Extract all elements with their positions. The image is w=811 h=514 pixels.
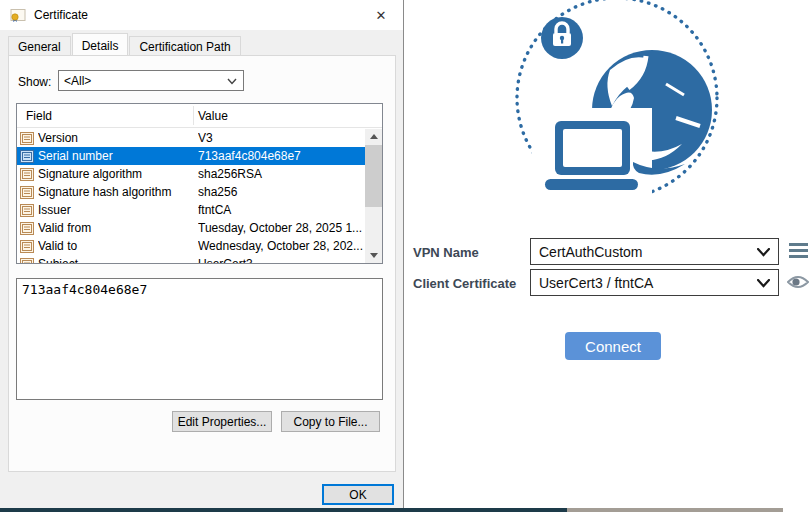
field-name: Issuer [38,203,198,217]
field-value: Tuesday, October 28, 2025 1... [198,221,365,235]
column-header-value[interactable]: Value [198,109,228,123]
menu-icon[interactable] [789,243,808,258]
vertical-scrollbar[interactable] [365,129,382,263]
scrollbar-down-icon[interactable] [365,248,382,263]
field-icon [20,222,34,235]
chevron-down-icon [757,279,770,288]
scrollbar-up-icon[interactable] [365,129,382,144]
field-value: V3 [198,131,365,145]
dialog-title: Certificate [34,8,88,22]
chevron-down-icon [227,78,237,85]
field-icon [20,150,34,163]
copy-to-file-button[interactable]: Copy to File... [281,411,380,432]
list-body: VersionV3Serial number713aaf4c804e68e7Si… [17,129,365,263]
field-name: Valid from [38,221,198,235]
client-certificate-value: UserCert3 / ftntCA [539,275,653,291]
tab-general[interactable]: General [8,36,71,55]
field-icon [20,132,34,145]
eye-icon[interactable] [787,274,809,290]
client-certificate-select[interactable]: UserCert3 / ftntCA [530,269,779,296]
field-value: 713aaf4c804e68e7 [198,149,365,163]
chevron-down-icon [757,248,770,257]
tab-certification-path[interactable]: Certification Path [129,36,240,55]
window-bottom-edge-dark [0,508,567,512]
table-row[interactable]: Valid fromTuesday, October 28, 2025 1... [17,219,365,237]
field-value: UserCert3 [198,257,365,263]
field-value: sha256RSA [198,167,365,181]
field-name: Signature algorithm [38,167,198,181]
table-row[interactable]: Signature hash algorithmsha256 [17,183,365,201]
vpn-name-select[interactable]: CertAuthCustom [530,238,779,265]
certificate-fields-list[interactable]: Field Value VersionV3Serial number713aaf… [16,103,383,264]
field-name: Version [38,131,198,145]
field-value: sha256 [198,185,365,199]
lock-icon [541,17,583,59]
show-select-value: <All> [64,74,91,88]
detail-textbox[interactable]: 713aaf4c804e68e7 [16,278,383,400]
table-row[interactable]: Signature algorithmsha256RSA [17,165,365,183]
laptop-icon [545,121,638,190]
field-icon [20,258,34,264]
edit-properties-button[interactable]: Edit Properties... [172,411,272,432]
ok-button[interactable]: OK [322,484,394,505]
list-header: Field Value [17,104,382,128]
field-value: Wednesday, October 28, 202... [198,239,365,253]
tabstrip: General Details Certification Path [8,36,242,55]
window-bottom-edge-gray [567,508,783,512]
table-row[interactable]: VersionV3 [17,129,365,147]
table-row[interactable]: Serial number713aaf4c804e68e7 [17,147,365,165]
field-name: Valid to [38,239,198,253]
field-name: Subject [38,257,198,263]
connect-button[interactable]: Connect [565,332,661,360]
field-name: Signature hash algorithm [38,185,198,199]
certificate-icon [10,7,26,23]
field-value: ftntCA [198,203,365,217]
column-header-field[interactable]: Field [26,109,52,123]
field-icon [20,186,34,199]
close-icon[interactable]: ✕ [359,0,403,30]
field-name: Serial number [38,149,198,163]
field-icon [20,240,34,253]
tab-details[interactable]: Details [72,33,129,55]
client-certificate-label: Client Certificate [413,276,516,291]
table-row[interactable]: Valid toWednesday, October 28, 202... [17,237,365,255]
vpn-name-value: CertAuthCustom [539,244,642,260]
show-select[interactable]: <All> [58,70,244,91]
field-icon [20,168,34,181]
screen: VPN Name CertAuthCustom Client Certifica… [0,0,811,514]
dialog-titlebar[interactable]: Certificate ✕ [0,0,403,30]
show-label: Show: [18,75,51,89]
secure-connection-illustration [470,0,750,232]
certificate-dialog: Certificate ✕ General Details Certificat… [0,0,404,508]
scrollbar-thumb[interactable] [365,145,382,207]
table-row[interactable]: SubjectUserCert3 [17,255,365,263]
field-icon [20,204,34,217]
vpn-name-label: VPN Name [413,245,479,260]
table-row[interactable]: IssuerftntCA [17,201,365,219]
